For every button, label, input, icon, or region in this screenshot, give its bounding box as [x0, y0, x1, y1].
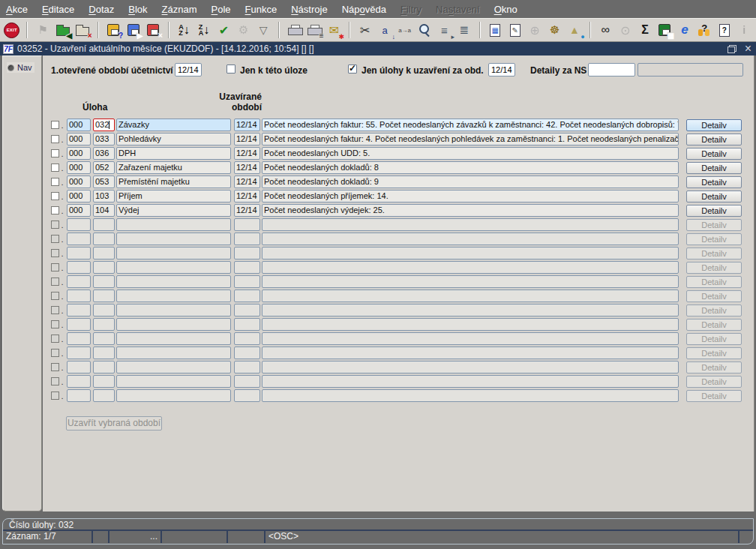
- task-name-cell[interactable]: Zařazení majetku: [116, 161, 231, 174]
- task-prefix-cell[interactable]: 000: [67, 204, 91, 217]
- period-cell[interactable]: 12/14: [234, 204, 260, 217]
- browser-icon[interactable]: e: [676, 21, 693, 39]
- save-ask-icon[interactable]: ?: [105, 21, 122, 39]
- helm-icon[interactable]: ☸: [546, 21, 563, 39]
- this-task-checkbox[interactable]: [226, 64, 236, 74]
- menu-item-blok[interactable]: Blok: [128, 4, 147, 15]
- close-tasks-checkbox[interactable]: [348, 64, 357, 74]
- save-run-icon[interactable]: ▶: [124, 21, 142, 39]
- row-select-checkbox[interactable]: [51, 149, 59, 158]
- task-prefix-cell[interactable]: 000: [67, 161, 91, 174]
- period-cell[interactable]: 12/14: [234, 147, 260, 160]
- task-prefix-cell[interactable]: 000: [67, 118, 91, 131]
- mail-icon[interactable]: ✉✱: [326, 21, 343, 39]
- restore-window-icon[interactable]: [728, 45, 736, 53]
- period-cell[interactable]: 12/14: [234, 176, 260, 188]
- task-number-cell[interactable]: 103: [93, 190, 115, 202]
- menu-item-akce[interactable]: Akce: [6, 4, 28, 15]
- task-name-cell[interactable]: Závazky: [116, 118, 231, 131]
- task-number-cell[interactable]: 104: [93, 204, 115, 217]
- period-cell[interactable]: 12/14: [234, 161, 260, 174]
- detail-text-cell[interactable]: Počet neodeslaných UDD: 5.: [262, 147, 679, 160]
- task-prefix-cell[interactable]: 000: [67, 176, 91, 188]
- details-ns-input[interactable]: [588, 63, 635, 76]
- save-cancel-icon[interactable]: ×: [144, 21, 161, 39]
- period-cell[interactable]: 12/14: [234, 133, 260, 146]
- row-select-checkbox[interactable]: [51, 206, 59, 214]
- search-records-icon[interactable]: ∞: [597, 21, 614, 39]
- detail-button[interactable]: Detailv: [686, 148, 742, 160]
- sort-asc-icon[interactable]: AZ↓: [176, 21, 193, 39]
- commit-icon[interactable]: ✔: [215, 21, 232, 39]
- sum-icon[interactable]: Σ: [636, 21, 653, 39]
- detail-button[interactable]: Detailv: [686, 176, 742, 188]
- print-setup-icon[interactable]: ≡: [305, 21, 322, 39]
- enter-query-icon[interactable]: ◀: [54, 21, 71, 39]
- task-name-cell[interactable]: Pohledávky: [116, 133, 231, 146]
- detail-text-cell[interactable]: Počet neodeslaných faktur: 4. Počet neod…: [262, 133, 679, 146]
- task-name-cell[interactable]: DPH: [116, 147, 231, 160]
- menu-item-pole[interactable]: Pole: [212, 4, 231, 15]
- flag-icon[interactable]: ⚑: [34, 21, 51, 39]
- detail-button[interactable]: Detailv: [686, 119, 742, 131]
- task-number-cell[interactable]: 033: [93, 133, 115, 146]
- task-number-cell[interactable]: 032: [93, 118, 115, 131]
- period-cell[interactable]: 12/14: [234, 190, 260, 202]
- task-name-cell[interactable]: Výdej: [116, 204, 231, 217]
- zoom-icon[interactable]: [416, 21, 433, 39]
- task-number-cell[interactable]: 052: [93, 161, 115, 174]
- calendar-edit-icon[interactable]: ▦: [487, 21, 504, 39]
- list-values-icon[interactable]: ≡▸: [436, 21, 453, 39]
- excel-export-icon[interactable]: ▦: [656, 21, 674, 39]
- row-select-checkbox[interactable]: [51, 164, 59, 172]
- detail-text-cell[interactable]: Počet neodeslaných dokladů: 8: [262, 161, 679, 174]
- task-prefix-cell[interactable]: 000: [67, 190, 91, 202]
- globe-icon[interactable]: ⊕: [526, 21, 543, 39]
- menu-item-dotaz[interactable]: Dotaz: [88, 4, 114, 15]
- task-number-cell[interactable]: 036: [93, 147, 115, 160]
- wrench-icon[interactable]: ⚙: [235, 21, 252, 39]
- task-prefix-cell[interactable]: 000: [67, 133, 91, 146]
- row-select-checkbox[interactable]: [51, 192, 59, 200]
- detail-text-cell[interactable]: Počet neodeslaných dokladů: 9: [262, 176, 679, 188]
- menu-item-napoveda[interactable]: Nápověda: [342, 4, 386, 15]
- period-cell[interactable]: 12/14: [234, 118, 260, 131]
- exit-button[interactable]: EXIT: [3, 21, 20, 39]
- task-prefix-cell[interactable]: 000: [67, 147, 91, 160]
- sort-desc-icon[interactable]: ZA↓: [195, 21, 212, 39]
- detail-text-cell[interactable]: Počet neodeslaných výdejek: 25.: [262, 204, 679, 217]
- cancel-query-icon[interactable]: ×: [74, 21, 91, 39]
- clock-icon[interactable]: ⊙: [616, 21, 634, 39]
- filter-icon[interactable]: ▽: [254, 21, 272, 39]
- detail-button[interactable]: Detailv: [686, 190, 742, 202]
- info-icon[interactable]: i: [735, 21, 752, 39]
- close-period-input[interactable]: 12/14: [488, 63, 515, 76]
- copy-field-icon[interactable]: a→a: [396, 21, 413, 39]
- task-number-cell[interactable]: 053: [93, 176, 115, 188]
- row-select-checkbox[interactable]: [51, 135, 59, 143]
- menu-item-editace[interactable]: Editace: [42, 4, 74, 15]
- alert-icon[interactable]: ▲●: [566, 21, 583, 39]
- notes-icon[interactable]: ✎: [506, 21, 524, 39]
- menu-item-zaznam[interactable]: Záznam: [162, 4, 197, 15]
- task-name-cell[interactable]: Přemístění majetku: [116, 176, 231, 188]
- context-help-icon[interactable]: ?: [696, 21, 713, 39]
- task-name-cell[interactable]: Příjem: [116, 190, 231, 202]
- menu-item-funkce[interactable]: Funkce: [245, 4, 278, 15]
- cut-icon[interactable]: ✂: [356, 21, 374, 39]
- detail-text-cell[interactable]: Počet neodeslaných příjemek: 14.: [262, 190, 679, 202]
- sidebar-item-nav[interactable]: Nav: [7, 62, 34, 73]
- row-select-checkbox[interactable]: [51, 178, 59, 186]
- row-select-checkbox[interactable]: [51, 121, 59, 129]
- detail-button[interactable]: Detailv: [686, 162, 742, 174]
- help-icon[interactable]: ?: [716, 21, 733, 39]
- detail-text-cell[interactable]: Počet neodeslaných faktur: 55. Počet neo…: [262, 118, 679, 131]
- menu-item-okno[interactable]: Okno: [494, 4, 518, 15]
- close-window-icon[interactable]: ×: [745, 44, 752, 54]
- detail-button[interactable]: Detailv: [686, 205, 742, 217]
- open-period-input[interactable]: 12/14: [175, 63, 202, 76]
- menu-item-nastroje[interactable]: Nástroje: [291, 4, 327, 15]
- tree-icon[interactable]: ≣: [455, 21, 472, 39]
- detail-button[interactable]: Detailv: [686, 134, 742, 146]
- paste-field-icon[interactable]: a↓: [376, 21, 394, 39]
